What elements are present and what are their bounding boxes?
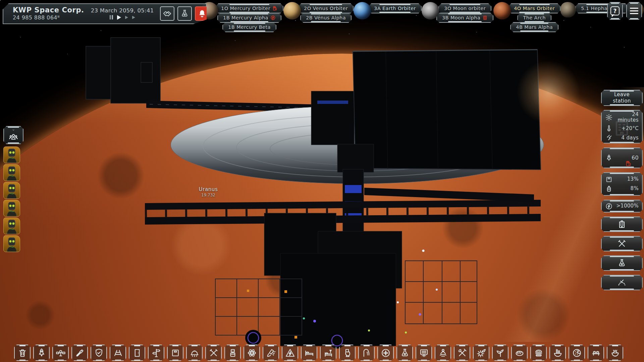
location-group-mars: 4O Mars OrbiterThe Arch4B Mars Alpha (498, 3, 560, 32)
tool-bakery-button[interactable] (511, 345, 528, 361)
tab-1b-mercury-alpha[interactable]: 1B Mercury Alpha (217, 13, 281, 23)
tool-electricity-button[interactable] (282, 345, 298, 361)
tab-label: 3B Moon Alpha (442, 15, 480, 20)
tool-demolish-button[interactable] (14, 345, 31, 361)
speed2-button[interactable] (125, 16, 128, 19)
tool-manufacturing-button[interactable] (263, 345, 279, 361)
tab-2o-venus-orbiter[interactable]: 2O Venus Orbiter (298, 3, 354, 13)
crew-avatar-1[interactable] (3, 146, 20, 163)
ship-label[interactable]: Uranus 19.732 (180, 186, 237, 197)
tool-doors-button[interactable] (129, 345, 145, 361)
cutlery-icon (457, 348, 467, 358)
tab-2b-v-nus-alpha[interactable]: 2B Vénus Alpha (300, 13, 352, 23)
crew-avatar-5[interactable] (3, 218, 20, 234)
hardhat-icon (190, 348, 200, 358)
medical-icon (381, 348, 391, 358)
shield-icon (94, 348, 104, 358)
tab-3b-moon-alpha[interactable]: 3B Moon Alpha (436, 13, 493, 23)
tool-laboratory-button[interactable] (396, 345, 413, 361)
bunk-icon (304, 348, 314, 358)
station-watermark-icon (611, 117, 633, 138)
status-check-button[interactable] (601, 275, 643, 290)
tab-3a-earth-orbiter[interactable]: 3A Earth Orbiter (368, 3, 422, 13)
tool-construction-button[interactable] (186, 345, 203, 361)
tool-security-button[interactable] (91, 345, 107, 361)
tool-roads-button[interactable] (110, 345, 126, 361)
tool-sushi-button[interactable] (588, 345, 604, 361)
crew-avatar-3[interactable] (3, 182, 20, 199)
planet-icon-mars[interactable] (493, 2, 511, 19)
tab-1b-mercury-beta[interactable]: 1B Mercury Beta (222, 22, 276, 32)
play-button[interactable] (117, 15, 121, 20)
power-panel[interactable]: >1000% (601, 200, 643, 213)
tool-science-button[interactable] (244, 345, 260, 361)
tool-robots-button[interactable] (224, 345, 241, 361)
leave-station-button[interactable]: Leave station (601, 90, 643, 106)
tool-bedrooms-button[interactable] (320, 345, 336, 361)
research-panel-button[interactable] (601, 255, 643, 271)
speed3-button[interactable] (132, 16, 135, 19)
crew-toggle-button[interactable] (3, 126, 23, 144)
scene-viewport[interactable]: Uranus 19.732 (0, 0, 644, 362)
tool-medical-button[interactable] (377, 345, 394, 361)
tool-satellites-button[interactable] (52, 345, 69, 361)
tab-the-arch[interactable]: The Arch (517, 13, 551, 23)
pizza-icon (572, 348, 582, 358)
fuel-warning-icon (625, 160, 632, 167)
tool-showers-button[interactable] (358, 345, 375, 361)
tool-canteen-button[interactable] (454, 345, 470, 361)
tab-1o-mercury-orbiter[interactable]: 1O Mercury Orbiter (215, 3, 283, 13)
tool-bunks-button[interactable] (301, 345, 317, 361)
location-tab-bar: 1O Mercury Orbiter1B Mercury Alpha1B Mer… (205, 3, 644, 32)
tool-recreation-button[interactable] (435, 345, 451, 361)
ship-name: Uranus (180, 186, 237, 192)
planet-icon-hephaistos[interactable] (560, 2, 576, 17)
rocket-count-row: 60 (605, 154, 639, 162)
tool-mining-button[interactable] (71, 345, 88, 361)
station-hud: Leave station 24 minutes +20°C 4 days 60… (601, 90, 643, 290)
planet-icon-moon[interactable] (422, 2, 439, 19)
environment-panel[interactable]: 24 minutes +20°C 4 days (601, 110, 643, 143)
rockets-panel[interactable]: 60 (601, 147, 643, 168)
help-button[interactable]: ? (607, 2, 623, 20)
tool-rockets-button[interactable] (33, 345, 50, 361)
tool-recycling-button[interactable] (473, 345, 489, 361)
tool-farming-button[interactable] (492, 345, 508, 361)
tool-salads-button[interactable] (607, 345, 623, 361)
tool-storage-button[interactable] (167, 345, 183, 361)
bed-icon (323, 348, 333, 358)
tab-3o-moon-orbiter[interactable]: 3O Moon orbiter (438, 3, 491, 13)
crew-avatar-2[interactable] (3, 164, 20, 181)
construction-button[interactable] (601, 236, 643, 251)
crew-group-icon (8, 132, 19, 142)
planet-icon-venus[interactable] (283, 2, 301, 19)
tool-noodles-button[interactable] (549, 345, 566, 361)
tool-navigation-button[interactable] (148, 345, 164, 361)
planet-icon-earth[interactable] (354, 2, 371, 19)
crew-avatar-6[interactable] (3, 235, 20, 252)
shower-icon (362, 348, 372, 358)
tool-pizza-button[interactable] (569, 345, 585, 361)
tool-computers-button[interactable] (416, 345, 432, 361)
menu-button[interactable] (626, 2, 642, 20)
tab-4b-mars-alpha[interactable]: 4B Mars Alpha (510, 22, 558, 32)
currency-icon: ¤ (57, 14, 60, 19)
power-warning-icon (270, 15, 276, 20)
space-station (0, 0, 644, 362)
tool-toilets-button[interactable] (339, 345, 356, 361)
hazard-icon (285, 348, 295, 358)
crew-avatar-4[interactable] (3, 200, 20, 217)
tab-4o-mars-orbiter[interactable]: 4O Mars Orbiter (508, 3, 560, 13)
pause-button[interactable] (110, 15, 113, 19)
research-button[interactable] (177, 6, 192, 21)
trade-button[interactable] (160, 6, 174, 21)
station-overview-button[interactable] (601, 217, 643, 232)
flask-icon (400, 348, 410, 358)
gauge-check-icon (617, 278, 627, 287)
tool-maintenance-button[interactable] (205, 345, 222, 361)
storage-panel[interactable]: 13% 8% (601, 172, 643, 196)
rocket-icon (37, 348, 47, 358)
hamburger-icon (630, 8, 638, 14)
tab-label: 1O Mercury Orbiter (221, 6, 270, 11)
tool-burgers-button[interactable] (530, 345, 547, 361)
